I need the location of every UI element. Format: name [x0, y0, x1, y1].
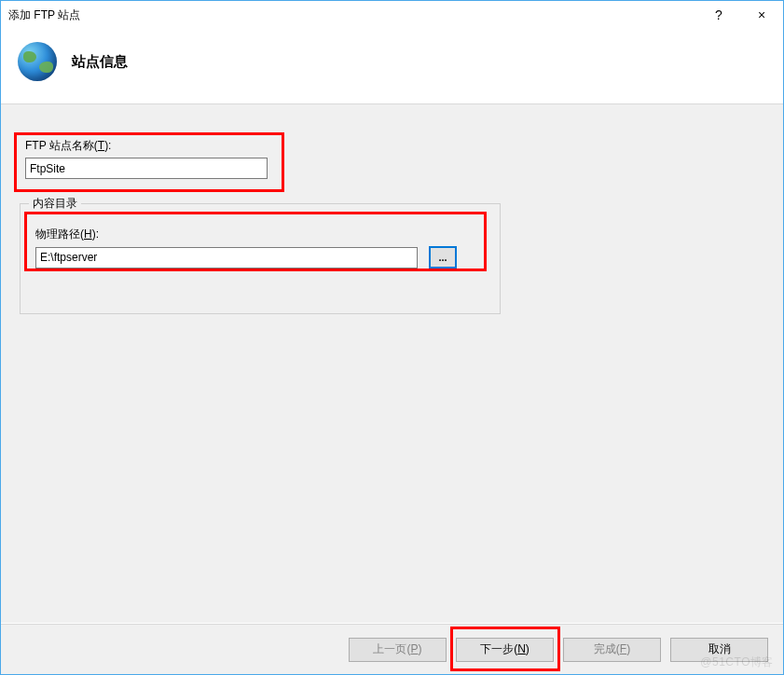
- physical-path-group: 物理路径(H): ...: [32, 221, 488, 269]
- titlebar-controls: ? ×: [697, 1, 783, 29]
- content-directory-group: 内容目录 物理路径(H): ...: [20, 203, 501, 314]
- prev-button: 上一页(P): [349, 638, 447, 662]
- content-directory-legend: 内容目录: [29, 196, 81, 212]
- site-name-label: FTP 站点名称(T):: [25, 138, 764, 154]
- next-button[interactable]: 下一步(N): [456, 638, 554, 662]
- wizard-header: 站点信息: [1, 29, 783, 104]
- physical-path-label: 物理路径(H):: [35, 227, 485, 242]
- browse-button[interactable]: ...: [429, 246, 457, 269]
- help-button[interactable]: ?: [697, 1, 740, 29]
- close-button[interactable]: ×: [740, 1, 783, 29]
- finish-button: 完成(F): [563, 638, 661, 662]
- site-name-group: FTP 站点名称(T):: [25, 138, 764, 179]
- wizard-header-title: 站点信息: [72, 53, 128, 71]
- globe-icon: [18, 42, 57, 81]
- site-name-input[interactable]: [25, 158, 268, 179]
- window-title: 添加 FTP 站点: [8, 7, 80, 23]
- cancel-button[interactable]: 取消: [670, 638, 768, 662]
- titlebar: 添加 FTP 站点 ? ×: [1, 1, 783, 29]
- wizard-footer: 上一页(P) 下一步(N) 完成(F) 取消: [1, 624, 783, 674]
- physical-path-input[interactable]: [35, 247, 418, 269]
- wizard-content: FTP 站点名称(T): 内容目录 物理路径(H): ...: [1, 104, 783, 623]
